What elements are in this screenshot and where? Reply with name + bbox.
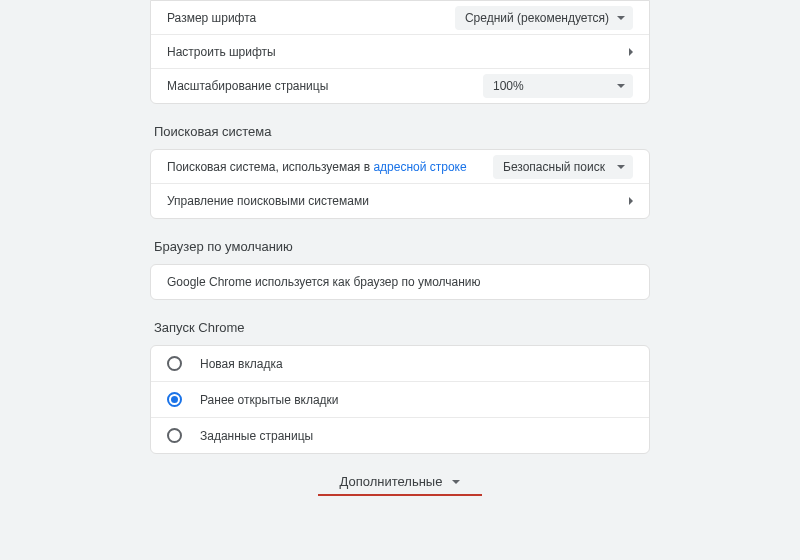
startup-option-continue[interactable]: Ранее открытые вкладки <box>151 382 649 418</box>
annotation-underline <box>318 494 483 496</box>
manage-search-row[interactable]: Управление поисковыми системами <box>151 184 649 218</box>
chevron-down-icon <box>452 480 460 484</box>
search-card: Поисковая система, используемая в адресн… <box>150 149 650 219</box>
page-zoom-select[interactable]: 100% <box>483 74 633 98</box>
advanced-label: Дополнительные <box>340 474 443 489</box>
startup-option-label: Ранее открытые вкладки <box>200 393 339 407</box>
appearance-card: Размер шрифта Средний (рекомендуется) На… <box>150 0 650 104</box>
radio-icon <box>167 356 182 371</box>
startup-option-label: Заданные страницы <box>200 429 313 443</box>
startup-option-new-tab[interactable]: Новая вкладка <box>151 346 649 382</box>
dropdown-icon <box>617 16 625 20</box>
startup-option-specific[interactable]: Заданные страницы <box>151 418 649 453</box>
search-engine-row: Поисковая система, используемая в адресн… <box>151 150 649 184</box>
font-size-select[interactable]: Средний (рекомендуется) <box>455 6 633 30</box>
customize-fonts-row[interactable]: Настроить шрифты <box>151 35 649 69</box>
default-browser-title: Браузер по умолчанию <box>154 239 650 254</box>
dropdown-icon <box>617 84 625 88</box>
customize-fonts-label: Настроить шрифты <box>167 45 629 59</box>
advanced-toggle[interactable]: Дополнительные <box>340 474 461 495</box>
dropdown-icon <box>617 165 625 169</box>
page-zoom-label: Масштабирование страницы <box>167 79 483 93</box>
startup-card: Новая вкладка Ранее открытые вкладки Зад… <box>150 345 650 454</box>
page-zoom-value: 100% <box>493 79 524 93</box>
search-engine-value: Безопасный поиск <box>503 160 605 174</box>
search-section-title: Поисковая система <box>154 124 650 139</box>
search-engine-label: Поисковая система, используемая в адресн… <box>167 160 493 174</box>
startup-title: Запуск Chrome <box>154 320 650 335</box>
search-engine-select[interactable]: Безопасный поиск <box>493 155 633 179</box>
radio-icon <box>167 428 182 443</box>
font-size-row: Размер шрифта Средний (рекомендуется) <box>151 1 649 35</box>
default-browser-card: Google Chrome используется как браузер п… <box>150 264 650 300</box>
font-size-label: Размер шрифта <box>167 11 455 25</box>
page-zoom-row: Масштабирование страницы 100% <box>151 69 649 103</box>
default-browser-info: Google Chrome используется как браузер п… <box>151 265 649 299</box>
address-bar-link[interactable]: адресной строке <box>373 160 466 174</box>
font-size-value: Средний (рекомендуется) <box>465 11 609 25</box>
chevron-right-icon <box>629 48 633 56</box>
radio-icon <box>167 392 182 407</box>
manage-search-label: Управление поисковыми системами <box>167 194 629 208</box>
chevron-right-icon <box>629 197 633 205</box>
startup-option-label: Новая вкладка <box>200 357 283 371</box>
